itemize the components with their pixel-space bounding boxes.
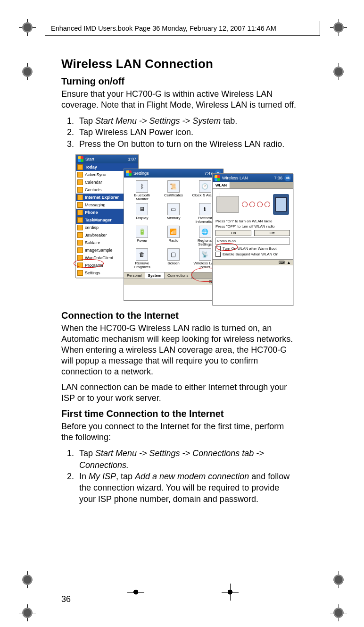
tab-connections[interactable]: Connections [165,272,191,279]
windows-flag-icon [126,170,132,176]
section-turning-onoff-heading: Turning on/off [61,76,297,87]
settings-icon-certificates[interactable]: 📜Certificates [159,180,188,201]
clock-text: 7:47 [204,171,213,176]
clock-text: 7:36 [274,176,282,180]
tab-personal[interactable]: Personal [124,272,145,279]
handheld-icon [273,194,289,215]
section-turning-onoff-intro: Ensure that your HC700-G is within activ… [61,89,297,110]
list-item: Tap Wireless LAN Power icon. [76,127,297,138]
settings-icon-grid: ᛒBluetooth Monitor 📜Certificates 🕐Clock … [124,178,223,272]
page-number: 36 [61,594,71,604]
settings-icon-radio[interactable]: 📶Radio [159,226,188,246]
settings-icon-power[interactable]: 🔋Power [128,226,157,246]
clock-text: 1:07 [128,157,136,161]
router-icon [216,196,239,213]
windows-flag-icon [78,156,83,162]
window-title: Settings [133,171,149,176]
chevron-up-icon[interactable]: ▲ [287,260,291,265]
off-button[interactable]: Off [254,230,290,236]
screenshot-wlan-power: Wireless LAN 7:36 ok WLAN Press "On" to … [212,173,293,305]
page-content: Wireless LAN Connection Turning on/off E… [61,57,297,510]
window-title: Start [85,157,94,161]
list-item: In My ISP, tap Add a new modem connectio… [76,471,297,505]
tab-system[interactable]: System [145,272,165,279]
windows-flag-icon [215,175,220,181]
settings-icon-display[interactable]: 🖥Display [128,203,157,224]
settings-icon-screen[interactable]: ▢Screen [159,248,188,269]
section-first-time-intro: Before you connect to the Internet for t… [61,421,297,443]
settings-icon-memory[interactable]: ▭Memory [159,203,188,224]
checkbox-suspend[interactable]: Enable Suspend when WLAN On [215,252,290,257]
wlan-msg-off: Press "OFF" to turn off WLAN radio [215,224,290,229]
crop-info-text: Enhanced IMD Users.book Page 36 Monday, … [51,25,276,32]
window-title: Wireless LAN [222,176,248,180]
tab-wlan[interactable]: WLAN [213,182,230,188]
list-item: Press the On button to turn on the Wirel… [76,138,297,150]
ok-icon[interactable]: ok [284,175,291,181]
highlight-ring-settings [74,259,104,268]
highlight-ring-on-button [216,243,238,251]
settings-icon-remove[interactable]: 🗑Remove Programs [128,248,157,269]
section-connection-internet-p1: When the HC700-G Wireless LAN radio is t… [61,323,297,377]
figure-screenshots: Start 1:07 Today ActiveSync Calendar Con… [75,154,302,305]
on-button[interactable]: On [215,230,251,236]
keyboard-icon[interactable]: ⌨ [279,260,285,265]
page-title: Wireless LAN Connection [61,57,297,71]
settings-icon-bluetooth[interactable]: ᛒBluetooth Monitor [128,180,157,201]
signal-dots-icon [242,202,270,207]
list-item: Tap Start Menu -> Settings -> Connection… [76,448,297,471]
list-item: Tap Start Menu -> Settings -> System tab… [76,115,297,127]
section-connection-internet-p2: LAN connection can be made to either Int… [61,382,297,404]
section-first-time-steps: Tap Start Menu -> Settings -> Connection… [61,448,297,505]
section-turning-onoff-steps: Tap Start Menu -> Settings -> System tab… [61,115,297,150]
wlan-msg-on: Press "On" to turn on WLAN radio [215,219,290,223]
section-first-time-heading: First time Connection to the Internet [61,408,297,419]
section-connection-internet-heading: Connection to the Internet [61,310,297,321]
